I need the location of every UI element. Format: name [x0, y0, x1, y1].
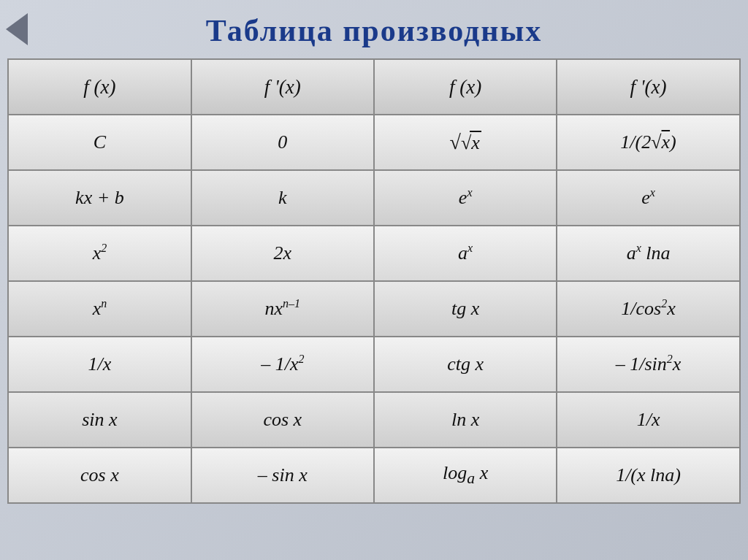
cell-ex-deriv: ex	[557, 170, 739, 226]
cell-kxb: kx + b	[8, 170, 191, 226]
cell-nxn1: nxn–1	[191, 281, 374, 337]
cell-ctgx: ctg x	[374, 337, 557, 392]
cell-minussinx: – sin x	[191, 448, 374, 503]
table-row: xn nxn–1 tg x 1/cos2x	[8, 281, 740, 337]
col-header-fx2: f (x)	[374, 59, 557, 115]
col-header-fpx1: f '(x)	[191, 59, 374, 115]
cell-1cos2x: 1/cos2x	[557, 281, 739, 337]
cell-ax-lna: ax lna	[557, 226, 739, 281]
back-arrow-icon[interactable]	[6, 13, 28, 45]
cell-cosx2: cos x	[8, 448, 191, 503]
cell-c: C	[8, 115, 191, 170]
cell-logax: loga x	[374, 448, 557, 503]
table-row: C 0 √x 1/(2√x)	[8, 115, 740, 170]
cell-xn: xn	[8, 281, 191, 337]
cell-ex: ex	[374, 170, 557, 226]
cell-tgx: tg x	[374, 281, 557, 337]
cell-0: 0	[191, 115, 374, 170]
sqrt-x-expression: √x	[449, 131, 483, 154]
derivatives-table: f (x) f '(x) f (x) f '(x) C 0 √x 1/(2√x)	[7, 58, 741, 504]
cell-x2: x2	[8, 226, 191, 281]
table-row: x2 2x ax ax lna	[8, 226, 740, 281]
cell-1xlna: 1/(x lna)	[557, 448, 739, 503]
table-row: sin x cos x ln x 1/x	[8, 392, 740, 448]
cell-minus1sin2x: – 1/sin2x	[557, 337, 739, 392]
page: Таблица производных f (x) f '(x) f (x) f…	[0, 0, 748, 560]
cell-lnx: ln x	[374, 392, 557, 448]
page-title: Таблица производных	[206, 14, 542, 47]
title-area: Таблица производных	[0, 0, 748, 58]
cell-1x-lnx: 1/x	[557, 392, 739, 448]
cell-1x: 1/x	[8, 337, 191, 392]
derivatives-table-wrapper: f (x) f '(x) f (x) f '(x) C 0 √x 1/(2√x)	[7, 58, 741, 560]
cell-1-2sqrtx: 1/(2√x)	[557, 115, 739, 170]
table-row: cos x – sin x loga x 1/(x lna)	[8, 448, 740, 503]
col-header-fpx2: f '(x)	[557, 59, 739, 115]
cell-ax: ax	[374, 226, 557, 281]
table-header-row: f (x) f '(x) f (x) f '(x)	[8, 59, 740, 115]
cell-sinx: sin x	[8, 392, 191, 448]
cell-sqrt-x: √x	[374, 115, 557, 170]
cell-k: k	[191, 170, 374, 226]
col-header-fx1: f (x)	[8, 59, 191, 115]
cell-cosx: cos x	[191, 392, 374, 448]
table-row: kx + b k ex ex	[8, 170, 740, 226]
cell-minus1x2: – 1/x2	[191, 337, 374, 392]
table-row: 1/x – 1/x2 ctg x – 1/sin2x	[8, 337, 740, 392]
cell-2x: 2x	[191, 226, 374, 281]
